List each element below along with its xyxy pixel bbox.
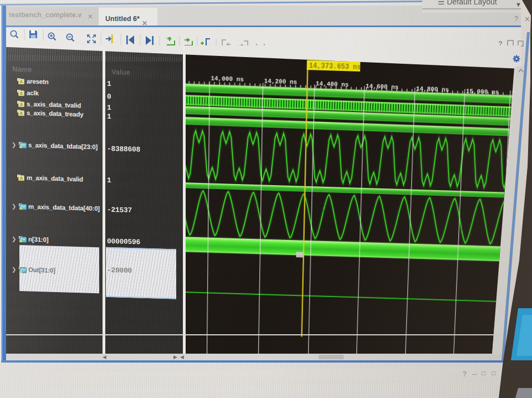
svg-text:14,200 ns: 14,200 ns: [264, 78, 297, 85]
svg-text:14,400 ns: 14,400 ns: [316, 80, 349, 88]
svg-text:14,000 ns: 14,000 ns: [211, 75, 244, 83]
svg-text:14,373.653 ns: 14,373.653 ns: [309, 62, 361, 72]
svg-text:14,800 ns: 14,800 ns: [416, 85, 449, 93]
svg-text:14,600 ns: 14,600 ns: [366, 83, 399, 91]
